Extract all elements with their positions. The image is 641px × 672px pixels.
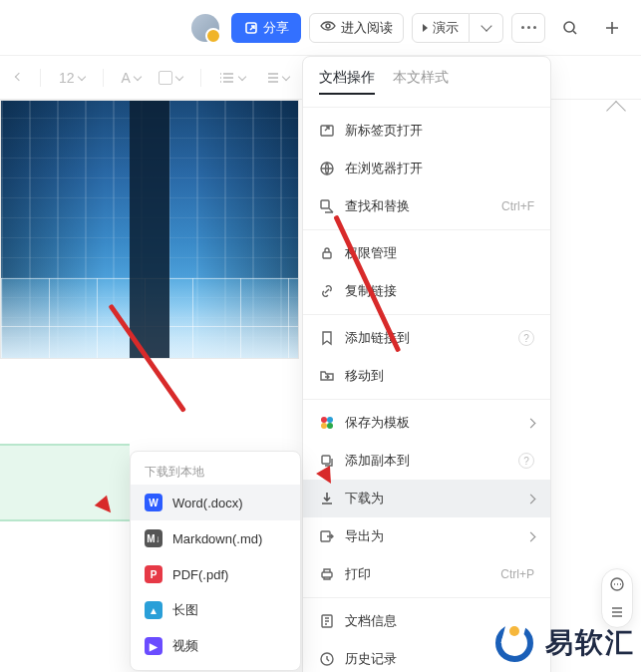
menu-add-link-to[interactable]: 添加链接到 ? [303, 319, 550, 357]
menu-export-as[interactable]: 导出为 [303, 517, 550, 555]
tb-list[interactable] [219, 70, 245, 86]
svg-point-10 [321, 423, 327, 429]
svg-rect-12 [322, 456, 330, 464]
svg-point-9 [327, 417, 333, 423]
pdf-icon: P [145, 565, 162, 583]
markdown-icon: M↓ [145, 529, 162, 547]
lock-icon [319, 245, 335, 261]
tb-font-size[interactable]: 12 [59, 70, 85, 86]
external-icon [319, 123, 335, 139]
present-button[interactable]: 演示 [412, 13, 470, 43]
menu-add-copy-to[interactable]: 添加副本到 ? [303, 442, 550, 480]
submenu-video[interactable]: ▶ 视频 [131, 628, 300, 664]
svg-point-1 [326, 24, 330, 28]
menu-new-tab[interactable]: 新标签页打开 [303, 112, 550, 150]
document-actions-menu: 文档操作 本文样式 新标签页打开 在浏览器打开 查找和替换 Ctrl+F 权限管… [302, 56, 551, 672]
side-actions [601, 568, 633, 628]
find-icon [319, 198, 335, 214]
download-submenu: 下载到本地 W Word(.docx) M↓ Markdown(.md) P P… [130, 451, 301, 671]
collapse-icon[interactable] [606, 101, 626, 121]
reading-mode-button[interactable]: 进入阅读 [309, 13, 404, 43]
copy-icon [319, 453, 335, 469]
chevron-right-icon [526, 418, 536, 428]
tb-numbered-list[interactable] [263, 70, 289, 86]
history-icon [319, 651, 335, 667]
dots-icon [521, 26, 536, 29]
download-icon [319, 491, 335, 506]
svg-point-8 [321, 417, 327, 423]
menu-permissions[interactable]: 权限管理 [303, 234, 550, 272]
eye-icon [320, 18, 336, 37]
link-icon [319, 283, 335, 299]
add-button[interactable] [595, 13, 629, 43]
menu-move-to[interactable]: 移动到 [303, 357, 550, 395]
search-button[interactable] [553, 13, 587, 43]
toc-icon[interactable] [608, 603, 626, 621]
menu-open-browser[interactable]: 在浏览器打开 [303, 150, 550, 187]
submenu-image[interactable]: ▲ 长图 [131, 592, 300, 628]
menu-find-replace[interactable]: 查找和替换 Ctrl+F [303, 187, 550, 225]
search-icon [562, 20, 578, 36]
more-button[interactable] [511, 13, 545, 43]
reading-label: 进入阅读 [341, 19, 393, 37]
watermark-logo [491, 620, 537, 666]
globe-icon [319, 161, 335, 176]
svg-point-11 [327, 423, 333, 429]
help-icon: ? [518, 453, 534, 469]
menu-download-as[interactable]: 下载为 [303, 480, 550, 517]
chevron-down-icon [481, 20, 491, 31]
share-button[interactable]: 分享 [231, 13, 301, 43]
svg-rect-14 [322, 572, 332, 577]
chevron-right-icon [526, 494, 536, 504]
tab-doc-actions[interactable]: 文档操作 [319, 69, 375, 95]
plus-icon [604, 20, 620, 36]
svg-rect-6 [321, 200, 329, 208]
play-icon [423, 24, 428, 32]
tab-styles[interactable]: 本文样式 [393, 69, 449, 95]
avatar[interactable] [191, 14, 219, 42]
share-icon [243, 20, 259, 36]
menu-copy-link[interactable]: 复制链接 [303, 272, 550, 310]
watermark: 易软汇 [491, 620, 635, 666]
svg-rect-7 [323, 252, 331, 258]
submenu-word[interactable]: W Word(.docx) [131, 485, 300, 520]
bookmark-icon [319, 330, 335, 346]
word-icon: W [145, 494, 162, 511]
svg-point-2 [564, 22, 574, 32]
chevron-right-icon [526, 531, 536, 541]
watermark-text: 易软汇 [545, 624, 635, 662]
info-icon [319, 613, 335, 629]
export-icon [319, 528, 335, 544]
comment-icon[interactable] [608, 575, 626, 593]
submenu-title: 下载到本地 [131, 458, 300, 485]
submenu-markdown[interactable]: M↓ Markdown(.md) [131, 520, 300, 556]
document-image[interactable] [0, 100, 299, 359]
menu-print[interactable]: 打印 Ctrl+P [303, 555, 550, 593]
tb-text-color[interactable]: A [122, 70, 141, 86]
share-label: 分享 [263, 19, 289, 37]
folder-move-icon [319, 368, 335, 384]
top-bar: 分享 进入阅读 演示 [0, 0, 641, 56]
present-dropdown[interactable] [470, 13, 503, 43]
video-icon: ▶ [145, 637, 162, 655]
submenu-pdf[interactable]: P PDF(.pdf) [131, 556, 300, 592]
help-icon: ? [518, 330, 534, 346]
tb-undo[interactable] [16, 76, 22, 80]
menu-save-template[interactable]: 保存为模板 [303, 404, 550, 442]
present-label: 演示 [433, 19, 459, 37]
highlight-block [0, 444, 130, 521]
image-icon: ▲ [145, 601, 162, 619]
print-icon [319, 566, 335, 582]
template-icon [319, 415, 335, 431]
tb-highlight[interactable] [159, 71, 182, 85]
